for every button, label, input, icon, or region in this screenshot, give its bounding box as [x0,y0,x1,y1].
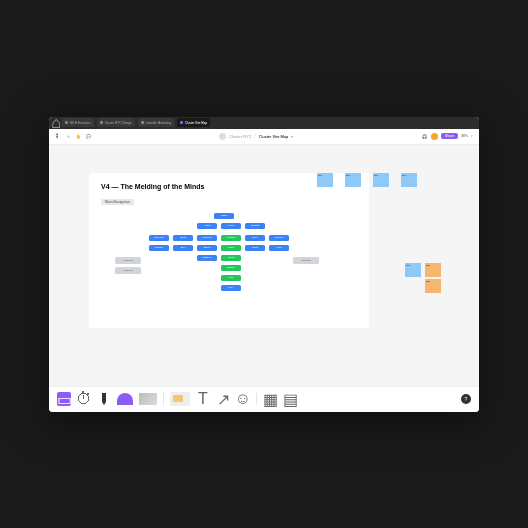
tab-3[interactable]: Cluster Site Map [177,118,210,127]
toolbar: ↖ ✋ 💬 Cluster NYC / Cluster Site Map ▾ 🎧… [49,129,479,145]
page-title: V4 — The Melding of the Minds [101,183,204,190]
sitemap-node[interactable]: Design [149,245,169,251]
sitemap-node[interactable]: archived [115,257,141,264]
comment-icon[interactable]: 💬 [85,133,91,139]
divider [256,393,257,405]
select-tool[interactable]: ▭ [57,392,71,406]
file-name[interactable]: Cluster Site Map [259,134,289,139]
table-tool[interactable]: ▤ [283,392,297,406]
sitemap-node[interactable]: Case [221,245,241,251]
connector-tool[interactable]: ↗ [216,392,230,406]
sitemap-node[interactable]: archived [293,257,319,264]
divider [163,393,164,405]
sitemap-node[interactable]: Info [221,275,241,281]
home-icon[interactable]: ⌂ [53,120,59,126]
sitemap-node[interactable]: Work [221,223,241,229]
sitemap-node[interactable]: Gallery [221,265,241,271]
help-button[interactable]: ? [461,394,471,404]
section-tag: Main Navigation [101,199,134,205]
sitemap-node[interactable]: Team [173,235,193,241]
widgets-tool[interactable]: ▦ [263,392,277,406]
sitemap-node[interactable]: Home [214,213,234,219]
headphones-icon[interactable]: 🎧 [422,133,428,139]
workspace-name[interactable]: Cluster NYC [229,134,251,139]
sitemap-node[interactable]: Blog [245,235,265,241]
canvas[interactable]: V4 — The Melding of the Minds Main Navig… [49,145,479,386]
sitemap-node[interactable]: Projects [221,235,241,241]
sitemap-node[interactable]: Brand [197,245,217,251]
chevron-down-icon[interactable]: ▾ [471,134,473,138]
workspace-avatar[interactable] [219,133,226,140]
sitemap-node[interactable]: Careers [269,235,289,241]
text-tool[interactable]: T [196,392,210,406]
tab-1[interactable]: Cluster NYC Design [97,118,135,127]
sticky-note[interactable]: note [373,173,389,187]
user-avatar[interactable] [431,133,438,140]
svg-rect-1 [56,136,58,138]
shape-preview[interactable] [117,393,133,405]
hand-icon[interactable]: ✋ [75,133,81,139]
app-window: ⌂ MCH Functions Cluster NYC Design Linke… [49,117,479,412]
marker-tool[interactable] [97,392,111,406]
tab-0[interactable]: MCH Functions [62,118,94,127]
sitemap-node[interactable]: Detail [221,255,241,261]
sitemap-node[interactable]: News [245,245,265,251]
sitemap-node[interactable]: About [197,223,217,229]
zoom-level[interactable]: 38% [461,134,468,138]
titlebar: ⌂ MCH Functions Cluster NYC Design Linke… [49,117,479,129]
figjam-logo-icon[interactable] [55,133,61,139]
stamp-tool[interactable]: ☺ [236,392,250,406]
tab-2[interactable]: LinkedIn Marketing [138,118,174,127]
sitemap-node[interactable]: Apply [269,245,289,251]
bottom-toolbar: ▭ ⏱ T ↗ ☺ ▦ ▤ ? [49,386,479,412]
sitemap-node[interactable]: Strategy [197,255,217,261]
timer-tool[interactable]: ⏱ [77,392,91,406]
sticky-note[interactable]: note [405,263,421,277]
sitemap-node[interactable]: Contact [245,223,265,229]
share-button[interactable]: Share [441,133,458,139]
sticky-note[interactable]: note [425,279,441,293]
sitemap-node[interactable]: Process [197,235,217,241]
sticky-note[interactable]: note [345,173,361,187]
sitemap-node[interactable]: CTA [221,285,241,291]
svg-rect-0 [56,134,58,136]
sticky-note[interactable]: note [425,263,441,277]
sitemap-node[interactable]: Dev [173,245,193,251]
sitemap-node[interactable]: Services [149,235,169,241]
sitemap-node[interactable]: archived [115,267,141,274]
eraser-tool[interactable] [139,393,157,405]
sticky-note[interactable]: note [401,173,417,187]
sticky-tool[interactable] [170,392,190,406]
chevron-down-icon[interactable]: ▾ [291,134,293,139]
sticky-note[interactable]: note [317,173,333,187]
pointer-icon[interactable]: ↖ [65,133,71,139]
